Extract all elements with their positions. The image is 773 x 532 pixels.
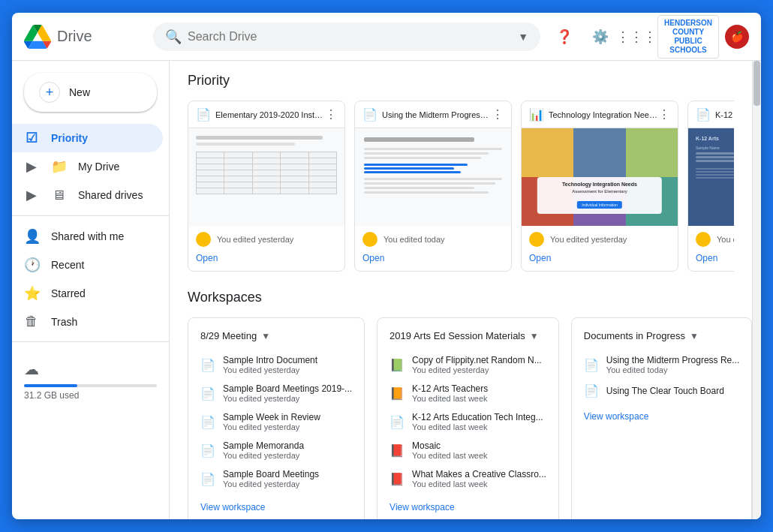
ws-item[interactable]: 📄 Sample Memoranda You edited yesterday (200, 436, 352, 464)
sidebar-item-shared-drives[interactable]: ▶ 🖥 Shared drives (12, 181, 163, 209)
view-workspace-1[interactable]: View workspace (200, 502, 352, 512)
doc-card-2[interactable]: 📄 Using the Midterm Progress Rep... ⋮ (354, 101, 512, 272)
sidebar-item-recent-label: Recent (51, 259, 84, 271)
search-bar[interactable]: 🔍 ▼ (153, 23, 540, 51)
workspace-header-3[interactable]: Documents in Progress ▼ (584, 330, 739, 341)
sidebar-item-starred[interactable]: ⭐ Starred (12, 279, 163, 308)
ws-item-meta: You edited yesterday (223, 365, 317, 374)
sidebar-item-priority-label: Priority (51, 132, 88, 144)
storage-bar (24, 384, 157, 387)
doc-card-4[interactable]: 📄 K-12 Arts E... ⋮ K-12 Arts Sample Name (687, 101, 734, 272)
card-open-1[interactable]: Open (188, 253, 344, 271)
ws-item[interactable]: 📄 Sample Week in Review You edited yeste… (200, 407, 352, 436)
ws-item-meta: You edited yesterday (223, 451, 304, 460)
ws-doc-icon: 📄 (584, 358, 599, 372)
ws-item-name: Using The Clear Touch Board (606, 386, 724, 396)
recent-icon: 🕐 (24, 257, 39, 273)
ws-item[interactable]: 📄 Using The Clear Touch Board (584, 379, 739, 402)
card-preview-4: K-12 Arts Sample Name (688, 128, 734, 226)
sidebar-item-starred-label: Starred (51, 287, 86, 299)
view-workspace-3[interactable]: View workspace (584, 411, 739, 422)
ws-item[interactable]: 📄 Using the Midterm Progress Re... You e… (584, 350, 739, 379)
my-drive-expand-icon: ▶ (24, 158, 39, 175)
card-meta-4: You opened... (717, 235, 734, 244)
workspace-title-3: Documents in Progress (584, 330, 685, 341)
avatar-4 (696, 232, 711, 247)
ws-item-meta: You edited yesterday (223, 479, 319, 488)
card-header-2: 📄 Using the Midterm Progress Rep... ⋮ (355, 101, 511, 128)
ws-item-meta: You edited last week (412, 422, 543, 431)
my-drive-icon: 📁 (51, 158, 66, 175)
card-preview-2 (355, 128, 511, 226)
sidebar-item-trash[interactable]: 🗑 Trash (12, 308, 163, 335)
storage-fill (24, 384, 77, 387)
workspace-card-2: 2019 Arts Ed Session Materials ▼ 📗 Copy … (377, 317, 559, 519)
sidebar-item-trash-label: Trash (51, 316, 77, 328)
card-footer-2: You edited today (355, 226, 511, 253)
search-icon: 🔍 (165, 29, 182, 45)
card-menu-2[interactable]: ⋮ (492, 107, 504, 122)
new-button[interactable]: + New (24, 73, 157, 112)
card-title-2: Using the Midterm Progress Rep... (382, 110, 492, 119)
ws-item[interactable]: 📕 What Makes a Creative Classro... You e… (390, 464, 546, 493)
card-footer-3: You edited yesterday (522, 226, 678, 253)
main-content: Priority 📄 Elementary 2019-2020 Instruct… (170, 61, 752, 519)
workspace-chevron-2: ▼ (530, 331, 539, 341)
ws-item[interactable]: 📄 Sample Board Meetings You edited yeste… (200, 464, 352, 493)
scrollbar-thumb[interactable] (753, 61, 760, 106)
search-input[interactable] (188, 30, 512, 44)
sidebar-item-priority[interactable]: ☑ Priority (12, 124, 163, 152)
workspace-header-1[interactable]: 8/29 Meeting ▼ (200, 330, 352, 341)
ws-pdf-icon: 📕 (390, 443, 405, 458)
view-workspace-2[interactable]: View workspace (390, 502, 546, 512)
card-footer-1: You edited yesterday (188, 226, 344, 253)
avatar-1 (196, 232, 211, 247)
ws-item[interactable]: 📗 Copy of Flippity.net Random N... You e… (390, 350, 546, 379)
help-button[interactable]: ❓ (549, 22, 579, 52)
ws-item[interactable]: 📕 Mosaic You edited last week (390, 436, 546, 464)
sidebar-item-my-drive-label: My Drive (78, 161, 119, 173)
card-title-3: Technology Integration Needs A... (549, 110, 658, 119)
doc-type-icon-1: 📄 (196, 107, 211, 122)
doc-card-3[interactable]: 📊 Technology Integration Needs A... ⋮ (521, 101, 678, 272)
sidebar-item-recent[interactable]: 🕐 Recent (12, 251, 163, 279)
sidebar-item-shared-with-me[interactable]: 👤 Shared with me (12, 222, 163, 251)
card-menu-3[interactable]: ⋮ (658, 107, 670, 122)
ws-item-name: K-12 Arts Teachers (412, 383, 488, 394)
card-open-2[interactable]: Open (355, 253, 511, 271)
ws-item-name: Copy of Flippity.net Random N... (412, 355, 542, 365)
sidebar-divider-2 (12, 341, 169, 342)
user-avatar[interactable]: 🍎 (725, 25, 749, 49)
scrollbar[interactable] (752, 61, 761, 519)
ws-item[interactable]: 📄 Sample Board Meetings 2019-... You edi… (200, 379, 352, 407)
search-dropdown-icon[interactable]: ▼ (518, 31, 528, 43)
new-button-label: New (69, 86, 90, 98)
ws-doc-icon: 📄 (200, 386, 215, 401)
sidebar-item-my-drive[interactable]: ▶ 📁 My Drive (12, 152, 163, 181)
card-open-3[interactable]: Open (522, 253, 678, 271)
workspace-title-1: 8/29 Meeting (200, 330, 257, 341)
storage-icon: ☁ (24, 360, 157, 378)
workspaces-section-title: Workspaces (188, 290, 734, 305)
card-open-4[interactable]: Open (688, 253, 734, 271)
ws-item-meta: You edited last week (412, 451, 488, 460)
app-title: Drive (57, 28, 92, 45)
settings-button[interactable]: ⚙️ (585, 22, 615, 52)
card-preview-1 (188, 128, 344, 226)
ws-item[interactable]: 📙 K-12 Arts Teachers You edited last wee… (390, 379, 546, 407)
sidebar: + New ☑ Priority ▶ 📁 My Drive ▶ 🖥 Shared… (12, 61, 170, 519)
school-badge: HENDERSONCOUNTYPUBLICSCHOOLS (657, 15, 719, 59)
body: + New ☑ Priority ▶ 📁 My Drive ▶ 🖥 Shared… (12, 61, 761, 519)
ws-item[interactable]: 📄 K-12 Arts Education Tech Integ... You … (390, 407, 546, 436)
ws-pdf-icon-2: 📕 (390, 472, 405, 486)
doc-card-1[interactable]: 📄 Elementary 2019-2020 Instructi... ⋮ (188, 101, 345, 272)
ws-item[interactable]: 📄 Sample Intro Document You edited yeste… (200, 350, 352, 379)
workspace-header-2[interactable]: 2019 Arts Ed Session Materials ▼ (390, 330, 546, 341)
ws-sheets-icon: 📗 (390, 358, 405, 372)
card-menu-1[interactable]: ⋮ (325, 107, 337, 122)
header-actions: ❓ ⚙️ ⋮⋮⋮ HENDERSONCOUNTYPUBLICSCHOOLS 🍎 (549, 15, 749, 59)
ws-doc-icon: 📄 (200, 358, 215, 372)
ws-slides-icon: 📙 (390, 386, 405, 401)
apps-button[interactable]: ⋮⋮⋮ (621, 22, 651, 52)
logo-area: Drive (24, 23, 144, 50)
